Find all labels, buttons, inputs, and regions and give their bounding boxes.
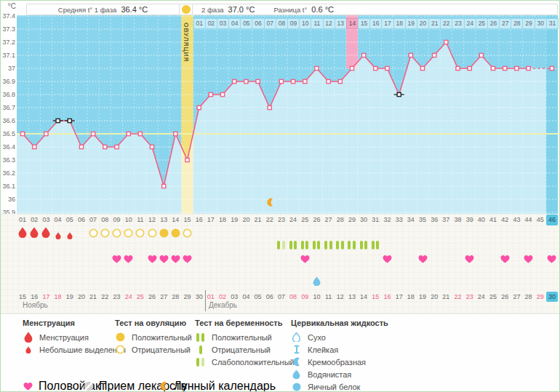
day-cell[interactable]: 16 [193,215,205,225]
temp-marker[interactable] [385,66,389,70]
temp-marker[interactable] [491,66,495,70]
phase2-label: 2 фаза [201,6,224,14]
day-cell[interactable]: 37 [440,215,452,225]
day-cell[interactable]: 11 [135,215,146,225]
temp-marker-flagged[interactable] [397,92,401,96]
y-tick-label: 37.2 [1,39,15,46]
temp-marker[interactable] [503,66,507,70]
day-cell[interactable]: 19 [228,215,240,225]
day-cell[interactable]: 38 [452,215,463,225]
day-cell[interactable]: 23 [276,215,287,225]
day-cell[interactable]: 05 [64,215,76,225]
day-cell[interactable]: 12 [146,215,158,225]
day-cell[interactable]: 46 [546,215,558,225]
temp-marker[interactable] [350,66,353,70]
day-cell[interactable]: 43 [511,215,522,225]
temp-marker[interactable] [244,79,248,83]
temp-marker[interactable] [303,79,307,83]
day-cell[interactable]: 10 [123,215,135,225]
temp-marker[interactable] [527,66,530,70]
day-cell[interactable]: 09 [111,215,122,225]
day-cell[interactable]: 27 [323,215,335,225]
temp-marker[interactable] [233,79,236,83]
temp-marker[interactable] [103,145,107,148]
temp-marker[interactable] [44,132,48,135]
day-cell[interactable]: 26 [311,215,322,225]
temp-marker[interactable] [220,92,224,96]
day-cell[interactable]: 31 [369,215,381,225]
day-cell[interactable]: 30 [358,215,369,225]
day-cell[interactable]: 36 [428,215,440,225]
temperature-chart-plot[interactable]: ОВУЛЯЦИЯ [17,15,558,214]
temp-marker[interactable] [150,145,153,148]
day-cell[interactable]: 25 [299,215,311,225]
day-cell[interactable]: 01 [17,215,28,225]
temp-marker[interactable] [127,132,130,135]
temp-marker[interactable] [515,66,519,70]
temp-marker[interactable] [292,79,295,83]
temp-marker-flagged[interactable] [56,119,60,122]
day-cell[interactable]: 35 [417,215,428,225]
day-cell[interactable]: 04 [52,215,64,225]
day-cell[interactable]: 28 [335,215,346,225]
temp-marker[interactable] [444,40,448,44]
temp-marker[interactable] [338,79,342,83]
day-cell[interactable]: 24 [287,215,299,225]
day-cell[interactable]: 03 [40,215,52,225]
temp-marker[interactable] [174,132,177,135]
temp-marker[interactable] [315,66,319,70]
temp-marker[interactable] [456,66,460,70]
temp-marker[interactable] [433,53,436,57]
temp-marker[interactable] [327,79,330,83]
temp-marker[interactable] [362,53,366,57]
day-cell[interactable]: 45 [535,215,546,225]
dpo-cell: 04 [228,18,241,29]
temp-marker[interactable] [21,132,25,135]
temp-marker[interactable] [185,158,189,161]
temp-marker[interactable] [115,145,119,148]
temp-marker[interactable] [92,132,95,135]
day-cell[interactable]: 13 [158,215,169,225]
temp-marker[interactable] [162,184,166,188]
temp-marker[interactable] [479,53,483,57]
day-cell[interactable]: 44 [522,215,534,225]
temp-marker[interactable] [268,105,271,109]
temp-marker[interactable] [550,66,553,70]
day-cell[interactable]: 29 [346,215,358,225]
temp-marker[interactable] [79,145,83,148]
temp-marker[interactable] [374,66,377,70]
day-cell[interactable]: 42 [499,215,511,225]
day-cell[interactable]: 07 [87,215,99,225]
day-cell[interactable]: 17 [205,215,217,225]
day-cell[interactable]: 15 [181,215,193,225]
temp-marker[interactable] [409,53,412,57]
day-cell[interactable]: 41 [487,215,499,225]
dpo-cell: 15 [358,18,370,29]
day-cell[interactable]: 18 [217,215,228,225]
temp-marker[interactable] [420,66,424,70]
day-cell[interactable]: 02 [28,215,40,225]
day-cell[interactable]: 20 [240,215,252,225]
pregnancy-test-weak-positive-icon [277,241,285,249]
day-cell[interactable]: 33 [393,215,405,225]
y-tick-label: 36.8 [1,91,15,98]
temp-marker[interactable] [33,145,36,148]
date-cell: 01 [205,292,217,302]
day-cell[interactable]: 39 [464,215,476,225]
temp-marker[interactable] [209,92,212,96]
temp-marker[interactable] [197,105,201,109]
day-cell[interactable]: 34 [405,215,417,225]
temp-marker[interactable] [468,66,471,70]
day-cell[interactable]: 14 [169,215,181,225]
day-cell[interactable]: 32 [381,215,393,225]
day-cell[interactable]: 06 [76,215,87,225]
temp-marker[interactable] [138,132,142,135]
day-cell[interactable]: 08 [99,215,111,225]
month-label-november: Ноябрь [23,301,48,309]
day-cell[interactable]: 22 [264,215,276,225]
day-cell[interactable]: 21 [252,215,263,225]
temp-marker-flagged[interactable] [68,119,71,122]
temp-marker[interactable] [256,79,260,83]
day-cell[interactable]: 40 [476,215,487,225]
temp-marker[interactable] [279,79,283,83]
